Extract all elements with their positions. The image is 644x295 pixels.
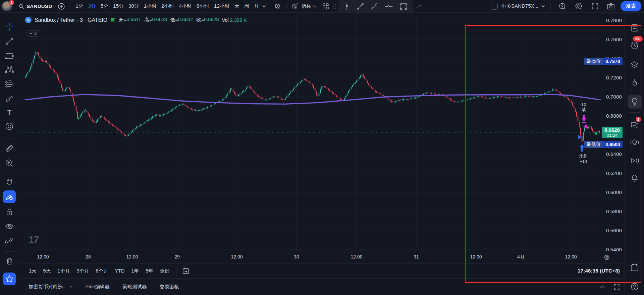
vertical-line-tool-icon[interactable] [341,1,353,11]
quick-search-flash-icon[interactable] [556,1,569,11]
buy-marker-triangle-right[interactable] [578,135,582,139]
timeframe-月[interactable]: 月 [252,2,261,10]
range-1年[interactable]: 1年 [128,267,142,276]
brush-tool[interactable] [5,94,14,103]
tab-4[interactable]: 交易面板 [160,284,179,290]
bottom-bar-right-icons [600,279,620,295]
chart-canvas[interactable] [19,13,625,251]
range-全部[interactable]: 全部 [157,267,173,276]
drawing-mode-lock-active[interactable] [3,190,16,203]
symbol-title[interactable]: Sandbox / Tether · 3 · GATEIO [35,17,107,23]
tab-3[interactable]: 策略测试器 [122,284,147,290]
text-tool[interactable]: T [5,109,13,117]
hide-drawings-eye-tool[interactable] [5,222,14,231]
timeframe-4小时[interactable]: 4小时 [176,2,194,10]
lowest-price-label: 最低价 [584,141,603,148]
layers-watchlists-icon[interactable] [630,61,639,69]
notifications-bell-icon[interactable] [630,174,639,183]
timeframe-3分[interactable]: 3分 [86,2,98,10]
magnet-tool[interactable] [5,178,14,186]
prediction-tool[interactable] [5,79,14,88]
zoom-in-tool[interactable] [5,159,14,168]
drag-handle-dots-icon[interactable] [332,3,336,10]
maximize-panel-icon[interactable] [614,284,620,290]
lowest-price-value: 0.6504 [603,141,623,148]
sync-drawings-link-tool[interactable] [5,236,14,245]
ideas-tab-active[interactable] [628,95,642,109]
trend-line-tool-icon[interactable] [368,1,381,11]
timeframe-15分[interactable]: 15分 [111,2,126,10]
strategy-selector[interactable]: 小多SAND75X... [501,3,545,9]
camera-snapshot-icon[interactable] [604,2,617,11]
chat-icon[interactable] [630,121,639,129]
legend-collapse-chip[interactable]: 2 [26,30,39,37]
reduce-label-text[interactable]: 减 [582,107,586,113]
measure-ruler-tool[interactable] [5,144,14,153]
economic-calendar-icon[interactable] [630,263,639,272]
tradingview-watermark[interactable]: 17 [29,234,38,245]
timeframe-12小时[interactable]: 12小时 [212,2,232,10]
chart-pane[interactable]: S Sandbox / Tether · 3 · GATEIO 开=0.6611… [19,13,625,251]
help-icon[interactable] [630,282,639,291]
volume-legend: Vol 2.329 K [222,17,247,23]
tab-2[interactable]: Pine编辑器 [86,284,110,290]
open-long-text[interactable]: 开多 [579,153,587,159]
favorites-star-active[interactable] [3,273,16,285]
reduce-qty-text[interactable]: -10 [580,102,586,107]
redo-icon[interactable] [414,2,426,11]
crosshair-tool[interactable] [5,22,14,32]
collapse-panel-chevron-up-icon[interactable] [600,285,605,289]
timeframe-天[interactable]: 天 [232,2,242,10]
compare-add-button[interactable] [55,2,67,11]
range-1个月[interactable]: 1个月 [54,267,73,276]
fullscreen-icon[interactable] [589,2,601,11]
range-1天[interactable]: 1天 [26,267,40,276]
symbol-search-button[interactable]: SANDUSD [16,2,55,10]
time-axis-settings-icon[interactable] [603,254,610,261]
timeframe-1小时[interactable]: 1小时 [142,2,159,10]
trend-line-tool[interactable] [5,37,14,46]
publish-button[interactable]: 发表 [621,1,641,11]
live-streams-icon[interactable] [630,138,640,147]
hotlists-flame-icon[interactable] [631,78,639,87]
remove-drawings-trash-tool[interactable] [5,257,13,266]
range-YTD[interactable]: YTD [112,267,127,275]
tab-1[interactable]: 加密货币对筛选... [29,284,73,290]
chart-type-button[interactable] [272,2,284,11]
range-5天[interactable]: 5天 [40,267,54,276]
range-3个月[interactable]: 3个月 [73,267,92,276]
go-to-date-icon[interactable] [180,266,192,276]
timeframe-5分[interactable]: 5分 [98,2,111,10]
watchlist-icon[interactable] [630,23,639,32]
strategy-checkbox[interactable] [491,3,498,10]
arrow-tool-icon[interactable] [354,1,367,11]
buy-arrow-up-icon[interactable] [579,143,585,152]
timeframe-周[interactable]: 周 [242,2,252,10]
range-5年[interactable]: 5年 [143,267,156,276]
sell-marker-triangle-left[interactable] [583,124,587,129]
user-avatar[interactable]: 1 [2,1,12,11]
open-long-qty[interactable]: +10 [580,159,587,164]
unlock-all-tool[interactable] [5,208,13,216]
timeframe-1分[interactable]: 1分 [73,2,86,10]
timeframe-chevron-down-icon[interactable] [262,4,266,8]
clock-display[interactable]: 17:46:35 (UTC+8) [578,268,620,274]
rectangle-tool-icon[interactable] [397,1,410,12]
layout-grid-button[interactable] [320,2,332,11]
emoji-tool[interactable] [5,122,14,131]
audio-play-icon[interactable] [630,157,639,165]
indicators-button[interactable]: 指标 [289,2,319,11]
sell-arrow-down-icon[interactable] [581,115,587,123]
range-6个月[interactable]: 6个月 [93,267,111,276]
timeframe-8小时[interactable]: 8小时 [194,2,212,10]
fib-retracement-tool[interactable] [5,52,14,60]
timeframe-30分[interactable]: 30分 [126,2,142,10]
market-status-flag-icon[interactable] [110,17,116,22]
alerts-clock-icon[interactable] [630,42,639,50]
horizontal-line-tool-icon[interactable] [382,1,395,11]
timeframe-2小时[interactable]: 2小时 [159,2,176,10]
xabcd-pattern-tool[interactable] [5,65,14,74]
settings-gear-icon[interactable] [572,1,586,12]
time-axis[interactable]: 12:002812:002912:003012:003112:004月12:00 [19,251,625,263]
search-icon [19,4,24,9]
